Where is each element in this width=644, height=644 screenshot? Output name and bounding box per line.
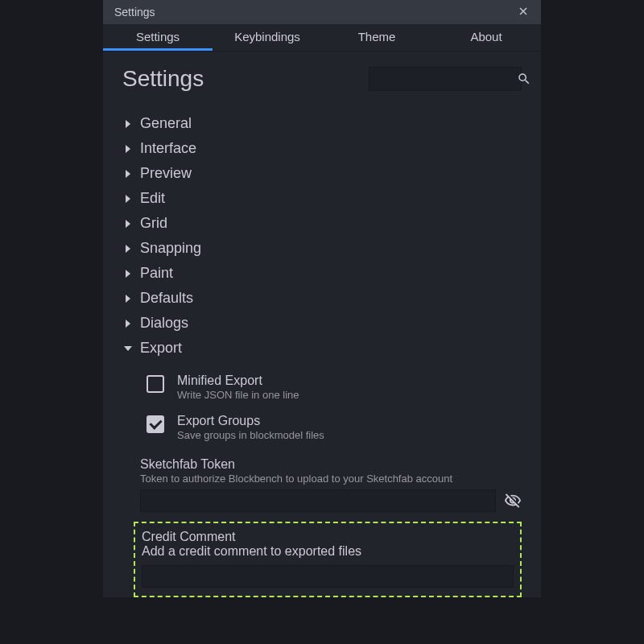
category-general[interactable]: General [122, 111, 522, 136]
search-input[interactable] [376, 72, 517, 85]
category-label: Preview [140, 165, 192, 182]
settings-dialog: Settings Settings Keybindings Theme Abou… [103, 0, 541, 597]
setting-description: Save groups in blockmodel files [177, 429, 324, 441]
category-label: Paint [140, 265, 173, 282]
tab-theme[interactable]: Theme [322, 24, 431, 51]
chevron-right-icon [122, 270, 134, 278]
category-preview[interactable]: Preview [122, 161, 522, 186]
setting-description: Add a credit comment to exported files [142, 544, 514, 559]
category-label: Snapping [140, 240, 201, 257]
chevron-right-icon [122, 145, 134, 153]
search-wrap [369, 67, 522, 91]
category-paint[interactable]: Paint [122, 261, 522, 286]
chevron-right-icon [122, 245, 134, 253]
categories: General Interface Preview Edit Grid Snap… [122, 111, 522, 597]
search-icon[interactable] [517, 72, 531, 86]
chevron-right-icon [122, 120, 134, 128]
close-icon[interactable] [514, 2, 533, 22]
category-defaults[interactable]: Defaults [122, 286, 522, 311]
visibility-off-icon[interactable] [504, 492, 522, 510]
category-label: Interface [140, 140, 196, 157]
category-label: Export [140, 340, 182, 357]
setting-description: Write JSON file in one line [177, 389, 299, 401]
setting-title: Credit Comment [142, 530, 514, 544]
category-label: Dialogs [140, 315, 188, 332]
category-export[interactable]: Export [122, 336, 522, 361]
chevron-down-icon [122, 345, 134, 353]
category-label: Edit [140, 190, 165, 207]
category-edit[interactable]: Edit [122, 186, 522, 211]
checkbox-unchecked-icon[interactable] [147, 375, 164, 393]
setting-credit-comment: Credit Comment Add a credit comment to e… [134, 522, 522, 597]
tab-about[interactable]: About [431, 24, 541, 51]
setting-title: Minified Export [177, 374, 299, 388]
setting-title: Sketchfab Token [140, 457, 522, 472]
setting-minified-export[interactable]: Minified Export Write JSON file in one l… [122, 367, 522, 407]
setting-sketchfab-token: Sketchfab Token Token to authorize Block… [122, 451, 522, 515]
category-snapping[interactable]: Snapping [122, 236, 522, 261]
content: Settings General Interface Preview [103, 52, 541, 597]
credit-comment-input[interactable] [142, 565, 514, 588]
setting-title: Export Groups [177, 414, 324, 428]
chevron-right-icon [122, 320, 134, 328]
category-label: Defaults [140, 290, 193, 307]
category-label: Grid [140, 215, 167, 232]
chevron-right-icon [122, 220, 134, 228]
setting-description: Token to authorize Blockbench to upload … [140, 473, 522, 485]
chevron-right-icon [122, 295, 134, 303]
chevron-right-icon [122, 195, 134, 203]
tabs: Settings Keybindings Theme About [103, 24, 541, 52]
sketchfab-token-input[interactable] [140, 489, 496, 512]
checkbox-checked-icon[interactable] [147, 415, 164, 433]
setting-export-groups[interactable]: Export Groups Save groups in blockmodel … [122, 407, 522, 448]
export-section: Minified Export Write JSON file in one l… [122, 361, 522, 597]
window-title: Settings [114, 6, 155, 19]
category-dialogs[interactable]: Dialogs [122, 311, 522, 336]
chevron-right-icon [122, 170, 134, 178]
category-interface[interactable]: Interface [122, 136, 522, 161]
tab-keybindings[interactable]: Keybindings [213, 24, 322, 51]
category-grid[interactable]: Grid [122, 211, 522, 236]
content-header: Settings [122, 66, 522, 92]
titlebar: Settings [103, 0, 541, 24]
category-label: General [140, 115, 192, 132]
page-title: Settings [122, 66, 204, 92]
tab-settings[interactable]: Settings [103, 24, 213, 51]
